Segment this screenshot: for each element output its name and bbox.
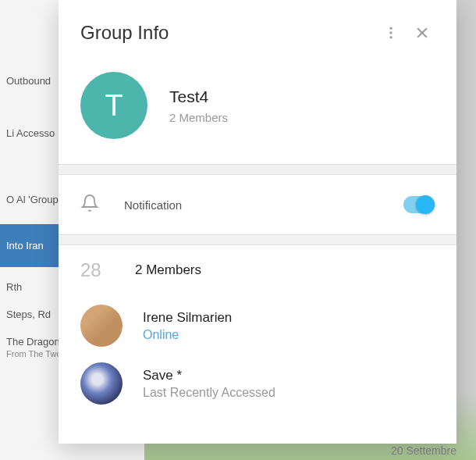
notification-toggle[interactable]: [403, 196, 435, 213]
member-avatar: [80, 305, 123, 347]
group-name: Test4: [169, 87, 228, 106]
members-header: 28 2 Members: [80, 259, 435, 281]
member-info: Irene Silmarien Online: [143, 310, 232, 342]
member-status: Last Recently Accessed: [143, 386, 275, 400]
group-member-count: 2 Members: [169, 111, 228, 124]
section-divider: [59, 164, 456, 175]
members-title: 2 Members: [135, 262, 201, 278]
close-icon: [414, 25, 430, 41]
member-status: Online: [143, 328, 232, 342]
more-vertical-icon: [383, 25, 399, 41]
svg-point-1: [389, 31, 392, 34]
member-info: Save * Last Recently Accessed: [143, 368, 275, 400]
background-date: 20 Settembre: [391, 444, 456, 457]
section-divider: [59, 234, 456, 245]
svg-point-2: [389, 36, 392, 38]
modal-title: Group Info: [80, 22, 375, 44]
notification-row: Notification: [59, 175, 456, 234]
bell-icon: [80, 194, 99, 216]
svg-point-0: [389, 27, 392, 30]
group-summary: T Test4 2 Members: [59, 58, 456, 164]
member-row[interactable]: Save * Last Recently Accessed: [80, 355, 435, 412]
member-name: Save *: [143, 368, 275, 383]
group-meta: Test4 2 Members: [169, 87, 228, 124]
member-avatar: [80, 362, 123, 405]
notification-label: Notification: [124, 198, 378, 212]
toggle-knob: [416, 195, 435, 214]
modal-header: Group Info: [59, 0, 456, 58]
more-options-button[interactable]: [375, 17, 407, 48]
member-name: Irene Silmarien: [143, 310, 232, 326]
members-section: 28 2 Members Irene Silmarien Online Save…: [59, 245, 456, 412]
member-row[interactable]: Irene Silmarien Online: [80, 297, 435, 355]
group-info-modal: Group Info T Test4 2 Members Notificatio…: [59, 0, 456, 444]
people-icon: 28: [80, 259, 113, 281]
close-button[interactable]: [407, 17, 438, 48]
group-avatar[interactable]: T: [80, 72, 147, 139]
